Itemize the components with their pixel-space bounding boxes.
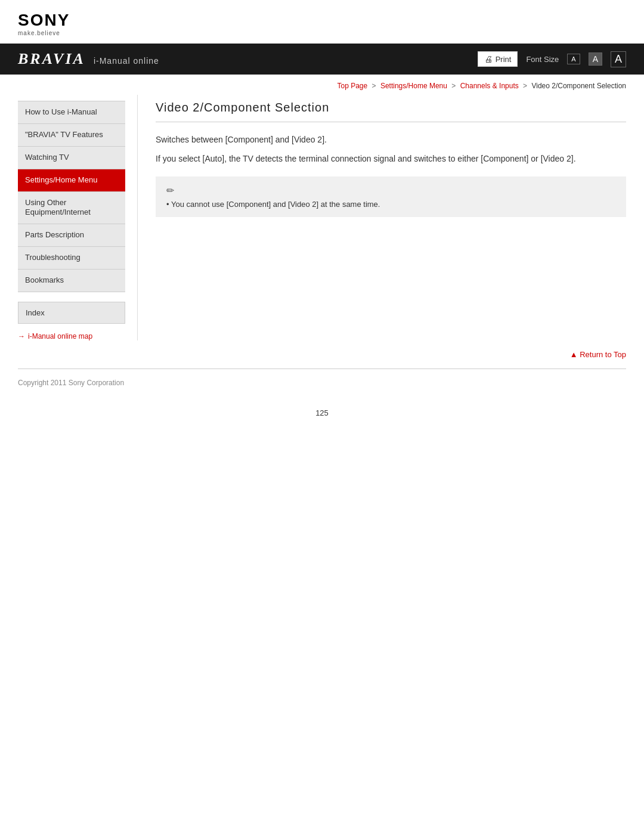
sidebar-item-5[interactable]: Parts Description <box>18 224 125 247</box>
bravia-logo: BRAVIA <box>18 50 85 68</box>
bravia-controls: 🖨 Print Font Size A A A <box>478 51 626 67</box>
print-label: Print <box>496 55 512 64</box>
sony-brand: SONY <box>18 11 70 30</box>
copyright: Copyright 2011 Sony Corporation <box>18 379 124 387</box>
font-medium-button[interactable]: A <box>589 52 602 66</box>
sidebar-item-0[interactable]: How to Use i-Manual <box>18 101 125 124</box>
sidebar-item-index[interactable]: Index <box>18 302 125 324</box>
breadcrumb-current: Video 2/Component Selection <box>531 82 626 90</box>
return-to-top: ▲ Return to Top <box>0 340 644 368</box>
breadcrumb-settings[interactable]: Settings/Home Menu <box>380 82 447 90</box>
sony-logo: SONY make.believe <box>18 11 70 36</box>
breadcrumb-channels[interactable]: Channels & Inputs <box>460 82 519 90</box>
font-small-button[interactable]: A <box>567 54 580 64</box>
page-title: Video 2/Component Selection <box>156 101 626 122</box>
bravia-header-bar: BRAVIA i-Manual online 🖨 Print Font Size… <box>0 44 644 75</box>
note-list: You cannot use [Component] and [Video 2]… <box>166 200 615 209</box>
print-icon: 🖨 <box>484 54 493 64</box>
sidebar-nav: How to Use i-Manual"BRAVIA" TV FeaturesW… <box>18 101 125 292</box>
font-large-button[interactable]: A <box>611 51 626 67</box>
note-box: ✏ You cannot use [Component] and [Video … <box>156 176 626 217</box>
sidebar-map-label: i-Manual online map <box>28 332 92 340</box>
sony-tagline: make.believe <box>18 30 60 36</box>
main-layout: How to Use i-Manual"BRAVIA" TV FeaturesW… <box>0 95 644 340</box>
footer: Copyright 2011 Sony Corporation <box>0 369 644 397</box>
sidebar-item-1[interactable]: "BRAVIA" TV Features <box>18 124 125 147</box>
sidebar-item-2[interactable]: Watching TV <box>18 147 125 169</box>
note-item: You cannot use [Component] and [Video 2]… <box>166 200 615 209</box>
note-icon: ✏ <box>166 185 615 196</box>
logo-area: SONY make.believe <box>0 0 644 44</box>
sidebar-item-6[interactable]: Troubleshooting <box>18 247 125 270</box>
content-paragraph-1: Switches between [Component] and [Video … <box>156 133 626 146</box>
print-button[interactable]: 🖨 Print <box>478 51 518 67</box>
sidebar-item-3[interactable]: Settings/Home Menu <box>18 169 125 192</box>
font-size-label: Font Size <box>526 55 559 64</box>
breadcrumb-top-page[interactable]: Top Page <box>337 82 367 90</box>
bravia-subtitle: i-Manual online <box>94 56 159 66</box>
sidebar-map-link[interactable]: → i-Manual online map <box>18 332 125 340</box>
page-number: 125 <box>0 397 644 429</box>
return-top-link[interactable]: ▲ Return to Top <box>570 350 626 359</box>
main-content: Video 2/Component Selection Switches bet… <box>137 95 626 340</box>
sidebar-item-7[interactable]: Bookmarks <box>18 270 125 292</box>
sidebar: How to Use i-Manual"BRAVIA" TV FeaturesW… <box>18 95 137 340</box>
content-paragraph-2: If you select [Auto], the TV detects the… <box>156 152 626 165</box>
sidebar-item-4[interactable]: Using Other Equipment/Internet <box>18 192 125 225</box>
bravia-left: BRAVIA i-Manual online <box>18 50 159 68</box>
arrow-icon: → <box>18 332 25 340</box>
breadcrumb: Top Page > Settings/Home Menu > Channels… <box>0 75 644 95</box>
